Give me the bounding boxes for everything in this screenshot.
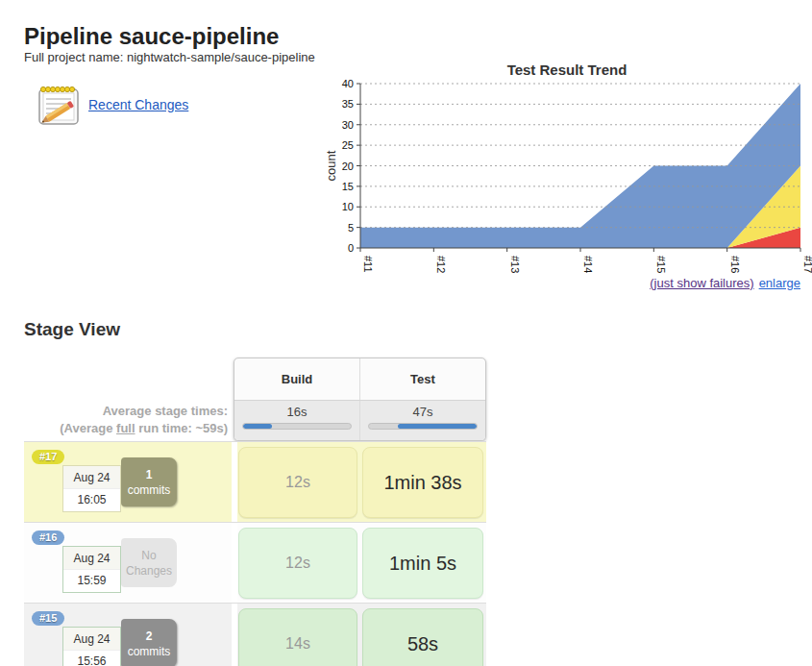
- svg-text:#16: #16: [729, 256, 741, 273]
- stage-cell-build[interactable]: 12s: [238, 447, 357, 518]
- column-header-test: Test: [359, 358, 485, 400]
- svg-text:30: 30: [342, 119, 354, 131]
- svg-text:#13: #13: [509, 256, 521, 273]
- build-row-16: #16 Aug 24 15:59 No Changes 12s 1min 5s: [24, 522, 486, 603]
- build-datetime[interactable]: Aug 24 15:59: [62, 546, 121, 593]
- column-gutter: [232, 523, 237, 603]
- svg-text:#17: #17: [802, 256, 812, 273]
- svg-text:count: count: [324, 150, 338, 181]
- stage-view-heading: Stage View: [24, 319, 120, 340]
- svg-text:#12: #12: [435, 256, 447, 273]
- notepad-icon[interactable]: [36, 83, 82, 127]
- build-datetime[interactable]: Aug 24 16:05: [62, 465, 121, 512]
- stage-cell-build[interactable]: 14s: [238, 608, 357, 666]
- recent-changes-link[interactable]: Recent Changes: [88, 97, 188, 112]
- average-stage-times-row: 16s 47s: [234, 400, 485, 440]
- stage-cell-build[interactable]: 12s: [238, 528, 357, 599]
- svg-text:0: 0: [348, 242, 354, 254]
- svg-text:#15: #15: [655, 256, 667, 273]
- column-header-build: Build: [234, 358, 359, 400]
- enlarge-link[interactable]: enlarge: [759, 276, 800, 290]
- build-badge[interactable]: #16: [32, 530, 64, 545]
- svg-text:5: 5: [348, 222, 354, 234]
- full-project-name: Full project name: nightwatch-sample/sau…: [24, 50, 315, 64]
- just-show-failures-link[interactable]: (just show failures): [650, 276, 753, 290]
- build-badge[interactable]: #15: [32, 611, 64, 626]
- column-gutter: [232, 604, 237, 666]
- test-result-trend: Test Result Trend 0510152025303540#11#12…: [322, 58, 812, 293]
- page-title: Pipeline sauce-pipeline: [24, 23, 279, 50]
- svg-text:25: 25: [342, 139, 354, 151]
- changes-box[interactable]: 2 commits: [121, 619, 177, 666]
- average-build-progressbar: [242, 423, 352, 430]
- stage-cell-test[interactable]: 1min 38s: [362, 447, 483, 518]
- svg-text:35: 35: [342, 98, 354, 110]
- stage-view-rows: #17 Aug 24 16:05 1 commits 12s 1min 38s …: [24, 441, 486, 666]
- build-badge[interactable]: #17: [32, 450, 64, 464]
- column-gutter: [232, 442, 237, 522]
- build-datetime[interactable]: Aug 24 15:56: [62, 627, 121, 666]
- average-test-time: 47s: [360, 405, 485, 419]
- average-test-progressbar: [368, 423, 478, 430]
- stage-cell-test[interactable]: 1min 5s: [362, 528, 483, 599]
- svg-text:#11: #11: [362, 256, 374, 273]
- svg-text:#14: #14: [582, 256, 594, 273]
- build-row-17: #17 Aug 24 16:05 1 commits 12s 1min 38s: [24, 441, 486, 522]
- average-times-label: Average stage times: (Average full run t…: [24, 403, 228, 437]
- trend-chart[interactable]: 0510152025303540#11#12#13#14#15#16#17cou…: [322, 58, 812, 281]
- svg-text:15: 15: [342, 181, 354, 192]
- build-row-15: #15 Aug 24 15:56 2 commits 14s 58s: [24, 603, 486, 666]
- no-changes-box: No Changes: [121, 538, 177, 587]
- svg-text:10: 10: [342, 201, 354, 212]
- svg-text:40: 40: [342, 78, 354, 89]
- stage-cell-test[interactable]: 58s: [362, 608, 483, 666]
- average-build-time: 16s: [234, 405, 359, 419]
- stage-columns-header: Build Test 16s 47s: [234, 358, 486, 441]
- changes-box[interactable]: 1 commits: [121, 457, 177, 506]
- svg-text:20: 20: [342, 160, 354, 172]
